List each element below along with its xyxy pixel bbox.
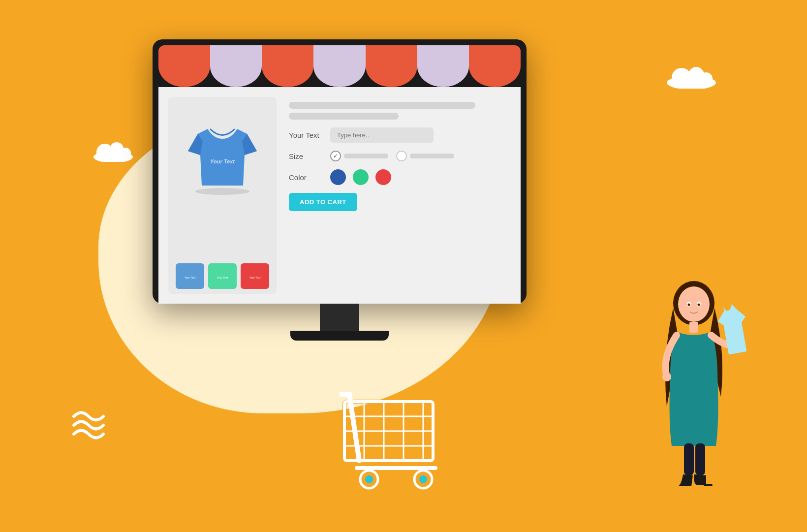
shopping-cart-icon: [340, 392, 448, 490]
svg-rect-43: [684, 443, 694, 475]
color-field-row: Color: [289, 169, 508, 185]
size-field-label: Size: [289, 152, 323, 160]
size-radio-m[interactable]: [396, 151, 454, 161]
radio-checked-icon: [330, 151, 341, 161]
svg-point-8: [195, 188, 249, 195]
awning-stripe-4: [313, 45, 365, 87]
monitor-stand-neck: [320, 304, 359, 331]
cloud-top-right-icon: [664, 64, 718, 89]
woman-figure: [640, 269, 748, 495]
text-field-label: Your Text: [289, 131, 323, 139]
svg-point-42: [662, 373, 671, 381]
size-m-bar: [410, 154, 454, 158]
title-bar-long: [289, 102, 475, 109]
details-panel: Your Text Size: [286, 97, 511, 294]
awning-stripe-3: [262, 45, 313, 87]
monitor-stand-base: [290, 331, 389, 341]
text-field-row: Your Text: [289, 127, 508, 143]
squiggle-decoration-icon: [69, 407, 111, 443]
awning-stripe-1: [158, 45, 210, 87]
svg-point-40: [698, 304, 700, 306]
svg-text:Your Text: Your Text: [249, 276, 261, 279]
size-radio-s[interactable]: [330, 151, 388, 161]
color-field-label: Color: [289, 173, 323, 182]
svg-rect-45: [704, 484, 713, 486]
svg-point-33: [419, 475, 427, 483]
main-tshirt: Your Text: [183, 107, 262, 195]
svg-point-3: [700, 72, 713, 85]
awning-stripe-2: [210, 45, 262, 87]
svg-point-36: [678, 286, 710, 322]
radio-unchecked-icon: [396, 151, 407, 161]
text-input[interactable]: [330, 127, 434, 143]
svg-point-1: [672, 68, 691, 88]
size-options: [330, 151, 454, 161]
svg-rect-35: [689, 322, 698, 333]
awning-stripe-7: [469, 45, 521, 87]
product-image-panel: Your Text Your Text Your Text: [168, 97, 277, 294]
svg-point-39: [688, 304, 690, 306]
tshirt-thumbnails: Your Text Your Text Your Text: [176, 263, 269, 289]
screen: Your Text Your Text Your Text: [158, 87, 521, 304]
title-bar-short: [289, 113, 399, 120]
color-dot-green[interactable]: [353, 169, 369, 185]
cloud-top-left-icon: [91, 140, 135, 162]
size-field-row: Size: [289, 151, 508, 161]
size-s-bar: [344, 154, 388, 158]
thumb-red[interactable]: Your Text: [241, 263, 269, 289]
color-options: [330, 169, 391, 185]
awning-stripe-6: [417, 45, 469, 87]
svg-text:Your Text: Your Text: [217, 276, 228, 279]
svg-point-7: [120, 148, 131, 158]
thumb-green[interactable]: Your Text: [208, 263, 237, 289]
thumb-blue[interactable]: Your Text: [176, 263, 204, 289]
svg-text:Your Text: Your Text: [210, 158, 235, 164]
awning: [158, 45, 521, 87]
add-to-cart-button[interactable]: ADD TO CART: [289, 193, 357, 211]
color-dot-blue[interactable]: [330, 169, 346, 185]
svg-rect-44: [695, 443, 705, 475]
monitor: Your Text Your Text Your Text: [153, 39, 527, 341]
awning-stripe-5: [366, 45, 417, 87]
svg-point-31: [365, 475, 373, 483]
svg-text:Your Text: Your Text: [185, 276, 196, 279]
color-dot-red[interactable]: [375, 169, 391, 185]
